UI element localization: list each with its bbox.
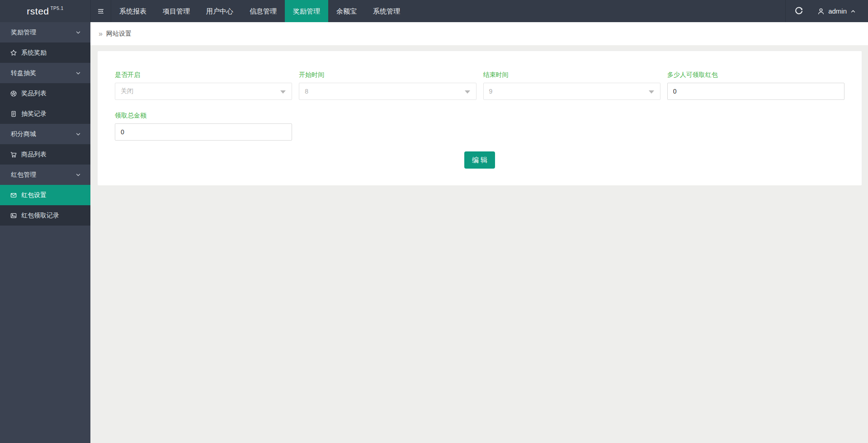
sidebar-item-label: 系统奖励 — [21, 49, 47, 57]
dropdown-caret-icon — [649, 90, 654, 94]
sidebar-group-wheel-lottery[interactable]: 转盘抽奖 — [0, 63, 90, 83]
app-logo: rsted TP5.1 — [0, 0, 90, 22]
field-total-amount: 领取总金额 — [115, 112, 292, 141]
select-is-open-value: 关闭 — [121, 87, 133, 95]
user-menu[interactable]: admin — [811, 0, 868, 22]
nav-tab-6[interactable]: 系统管理 — [365, 0, 408, 22]
dropdown-caret-icon — [280, 90, 286, 94]
sidebar-item-label: 红包设置 — [21, 191, 47, 199]
breadcrumb-angles-icon: » — [99, 30, 103, 38]
field-end-time: 结束时间 9 — [483, 71, 660, 100]
chevron-down-icon — [75, 29, 81, 36]
nav-tab-0[interactable]: 系统报表 — [111, 0, 155, 22]
image-icon — [10, 212, 17, 219]
field-label-is-open: 是否开启 — [115, 71, 292, 79]
refresh-button[interactable] — [785, 0, 811, 22]
breadcrumb: » 网站设置 — [90, 22, 868, 45]
top-nav: 系统报表项目管理用户中心信息管理奖励管理余额宝系统管理 — [111, 0, 408, 22]
topbar: rsted TP5.1 系统报表项目管理用户中心信息管理奖励管理余额宝系统管理 … — [0, 0, 868, 22]
main-content: » 网站设置 是否开启 关闭 开始时间 8 结束时间 9 多少人可领 — [90, 22, 868, 443]
sidebar-item-label: 红包领取记录 — [21, 212, 59, 220]
logo-version: TP5.1 — [51, 6, 64, 11]
nav-tab-1[interactable]: 项目管理 — [155, 0, 198, 22]
select-end-time-value: 9 — [489, 88, 493, 95]
nav-tab-3[interactable]: 信息管理 — [241, 0, 285, 22]
chevron-down-icon — [75, 70, 81, 76]
sidebar-group-label: 奖励管理 — [11, 28, 36, 37]
sidebar-item-lottery-records[interactable]: 抽奖记录 — [0, 104, 90, 124]
sidebar-item-label: 商品列表 — [21, 151, 47, 159]
field-max-claimers: 多少人可领取红包 — [667, 71, 844, 100]
star-icon — [10, 49, 17, 57]
chevron-down-icon — [75, 172, 81, 178]
sidebar-item-label: 奖品列表 — [21, 90, 47, 98]
button-row: 编 辑 — [98, 151, 862, 169]
page-title: 网站设置 — [106, 30, 132, 38]
username: admin — [828, 7, 847, 15]
field-is-open: 是否开启 关闭 — [115, 71, 292, 100]
nav-tab-2[interactable]: 用户中心 — [198, 0, 241, 22]
edit-submit-button[interactable]: 编 辑 — [464, 151, 495, 169]
topbar-right: admin — [785, 0, 868, 22]
sidebar: 奖励管理 系统奖励 转盘抽奖 奖品列表 抽奖记录 积分商城 — [0, 22, 90, 443]
settings-panel: 是否开启 关闭 开始时间 8 结束时间 9 多少人可领取红包 领取总金 — [98, 51, 862, 185]
sidebar-item-goods-list[interactable]: 商品列表 — [0, 144, 90, 165]
select-end-time[interactable]: 9 — [483, 83, 660, 100]
sidebar-item-label: 抽奖记录 — [21, 110, 47, 118]
select-is-open[interactable]: 关闭 — [115, 83, 292, 100]
chevron-down-icon — [75, 131, 81, 137]
field-start-time: 开始时间 8 — [299, 71, 476, 100]
input-max-claimers[interactable] — [667, 83, 844, 100]
select-start-time-value: 8 — [305, 88, 308, 95]
field-label-end-time: 结束时间 — [483, 71, 660, 79]
record-icon — [10, 110, 17, 118]
chevron-up-icon — [850, 8, 856, 14]
sidebar-item-prize-list[interactable]: 奖品列表 — [0, 83, 90, 104]
sidebar-item-system-reward[interactable]: 系统奖励 — [0, 42, 90, 63]
field-label-start-time: 开始时间 — [299, 71, 476, 79]
logo-text: rsted — [27, 6, 49, 17]
mail-icon — [10, 192, 17, 199]
wheel-icon — [10, 90, 17, 97]
nav-tab-4[interactable]: 奖励管理 — [285, 0, 328, 22]
nav-tab-5[interactable]: 余额宝 — [328, 0, 365, 22]
sidebar-group-redpacket-management[interactable]: 红包管理 — [0, 165, 90, 185]
sidebar-group-label: 积分商城 — [11, 130, 36, 138]
sidebar-group-reward-management[interactable]: 奖励管理 — [0, 22, 90, 42]
user-icon — [817, 7, 825, 15]
refresh-icon — [794, 7, 803, 16]
sidebar-item-redpacket-claim-records[interactable]: 红包领取记录 — [0, 205, 90, 226]
field-label-total-amount: 领取总金额 — [115, 112, 292, 120]
sidebar-toggle-button[interactable] — [90, 0, 111, 22]
cart-icon — [10, 151, 17, 158]
menu-toggle-icon — [97, 7, 105, 15]
sidebar-group-label: 红包管理 — [11, 171, 36, 179]
sidebar-group-label: 转盘抽奖 — [11, 69, 36, 77]
dropdown-caret-icon — [465, 90, 470, 94]
input-total-amount[interactable] — [115, 123, 292, 141]
field-label-max-claimers: 多少人可领取红包 — [667, 71, 844, 79]
sidebar-item-redpacket-settings[interactable]: 红包设置 — [0, 185, 90, 205]
sidebar-group-points-mall[interactable]: 积分商城 — [0, 124, 90, 144]
settings-form: 是否开启 关闭 开始时间 8 结束时间 9 多少人可领取红包 领取总金 — [98, 51, 862, 141]
select-start-time[interactable]: 8 — [299, 83, 476, 100]
